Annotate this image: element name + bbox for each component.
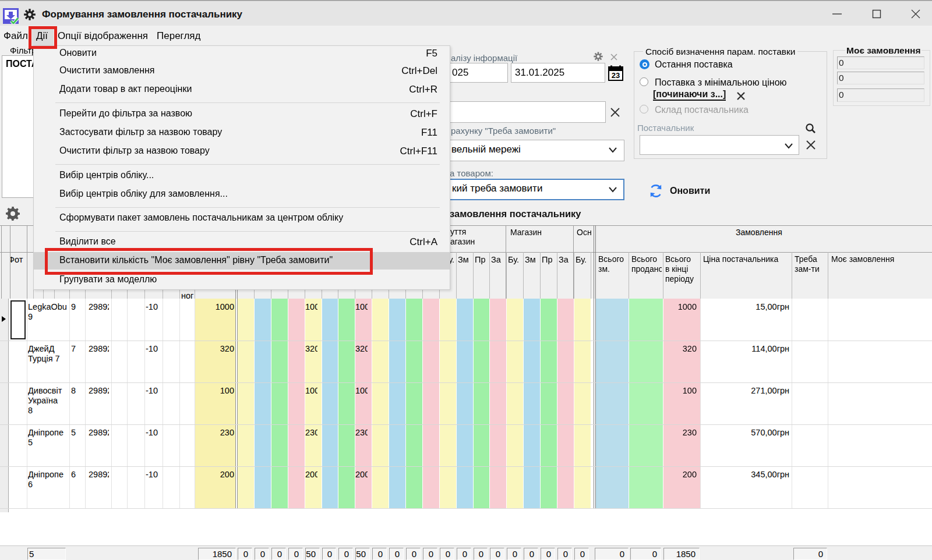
- svg-text:23: 23: [612, 71, 620, 80]
